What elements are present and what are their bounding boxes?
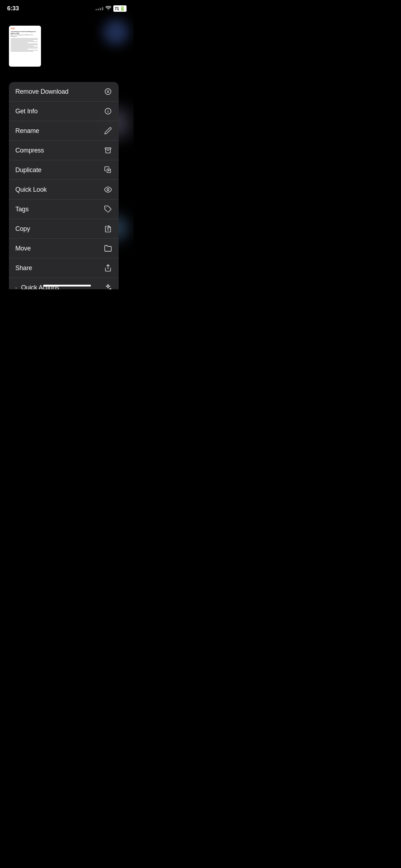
menu-label-rename: Rename <box>15 127 39 135</box>
menu-item-move[interactable]: Move <box>9 239 119 258</box>
menu-label-remove-download: Remove Download <box>15 88 68 95</box>
circle-x-icon <box>104 88 112 95</box>
file-content <box>11 38 39 52</box>
wifi-icon <box>106 6 111 11</box>
tag-icon <box>104 205 112 213</box>
menu-item-remove-download[interactable]: Remove Download <box>9 82 119 102</box>
menu-label-copy: Copy <box>15 225 30 233</box>
file-title: 7 Essential Successful Team Management S… <box>11 31 39 34</box>
home-indicator <box>43 285 91 286</box>
svg-point-4 <box>107 188 109 191</box>
eye-icon <box>104 186 112 193</box>
menu-item-duplicate[interactable]: Duplicate <box>9 160 119 180</box>
battery-level: 71 <box>115 6 119 11</box>
signal-icon <box>96 7 103 10</box>
circle-i-icon <box>104 107 112 115</box>
share-icon <box>104 264 112 272</box>
menu-item-compress[interactable]: Compress <box>9 141 119 160</box>
files-icon <box>104 225 112 233</box>
menu-label-share: Share <box>15 264 32 272</box>
status-icons: 71 🔋 <box>96 5 127 12</box>
menu-label-quick-look: Quick Look <box>15 186 47 193</box>
menu-label-move: Move <box>15 245 31 252</box>
status-bar: 6:33 71 🔋 <box>0 0 134 12</box>
menu-item-share[interactable]: Share <box>9 258 119 278</box>
battery-icon: 71 🔋 <box>113 5 127 12</box>
file-subtitle: What is Team Management and Skills for T… <box>11 34 39 37</box>
status-time: 6:33 <box>7 5 19 12</box>
menu-item-get-info[interactable]: Get Info <box>9 102 119 121</box>
menu-item-tags[interactable]: Tags <box>9 200 119 219</box>
pencil-icon <box>104 127 112 135</box>
archive-icon <box>104 146 112 154</box>
menu-label-compress: Compress <box>15 147 44 154</box>
menu-item-quick-look[interactable]: Quick Look <box>9 180 119 200</box>
blur-decoration-top <box>102 18 130 46</box>
sparkles-icon <box>104 284 112 289</box>
context-menu: Remove Download Get Info Rename Compress <box>9 82 119 289</box>
file-thumbnail[interactable]: UPDF 7 Essential Successful Team Managem… <box>9 26 41 67</box>
menu-item-rename[interactable]: Rename <box>9 121 119 141</box>
file-header: UPDF <box>11 27 39 30</box>
menu-label-tags: Tags <box>15 206 29 213</box>
copy-plus-icon <box>104 166 112 174</box>
chevron-right-icon: › <box>15 285 17 290</box>
updf-logo: UPDF <box>11 27 15 30</box>
menu-label-get-info: Get Info <box>15 108 37 115</box>
svg-rect-2 <box>105 148 111 149</box>
menu-item-quick-actions[interactable]: › Quick Actions <box>9 278 119 289</box>
menu-label-duplicate: Duplicate <box>15 166 41 174</box>
menu-item-copy[interactable]: Copy <box>9 219 119 239</box>
folder-move-icon <box>104 244 112 252</box>
